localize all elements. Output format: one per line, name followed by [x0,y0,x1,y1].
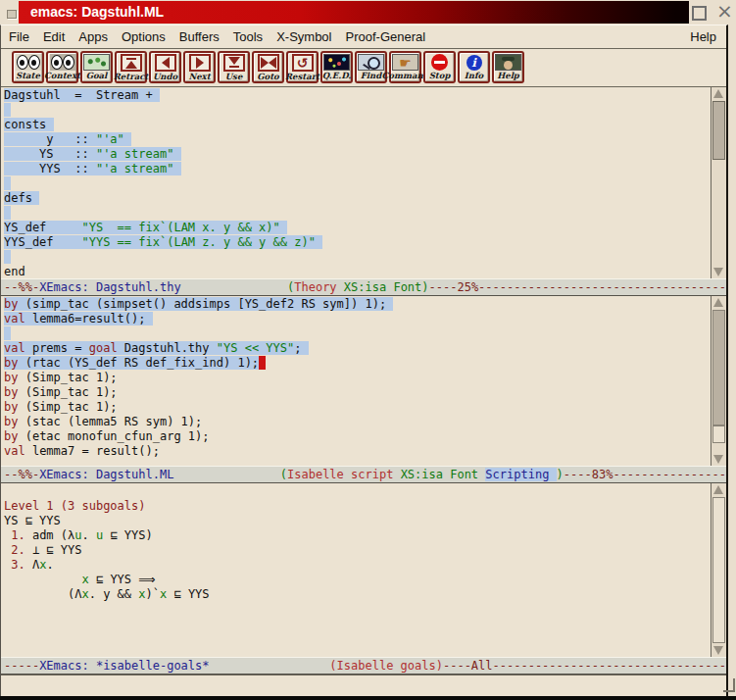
code-segment: ; [294,341,308,355]
buffer-goals-window[interactable]: Level 1 (3 subgoals)YS ⊑ YYS 1. adm (λu.… [1,483,726,657]
scrollbar-theory[interactable] [711,87,726,278]
close-icon[interactable]: × [716,4,730,18]
toolbar-button-label: Info [465,71,483,81]
code-segment: (simp_tac (simpset() addsimps [YS_def2 R… [18,297,393,311]
code-segment: XEmacs: Dagstuhl.ML [39,468,173,481]
code-line: 2. ⊥ ⊑ YYS [4,543,709,558]
code-segment: ⊥ ⊑ YYS [25,543,82,557]
buffer-theory: Dagstuhl = Stream + consts y :: "'a" YS … [1,87,726,278]
code-line [4,176,709,191]
code-line: by (rtac (YS_def RS def_fix_ind) 1); [4,356,709,371]
toolbar-button-help[interactable]: Help [492,51,524,83]
toolbar-button-next[interactable]: Next [183,51,216,83]
code-segment: YYS :: [4,162,96,175]
help-officer-icon [495,54,521,71]
scrollbar-thumb[interactable] [712,101,725,160]
code-line [4,250,709,265]
code-segment: by [4,356,18,370]
buffer-theory-window[interactable]: Dagstuhl = Stream + consts y :: "'a" YS … [1,86,726,278]
toolbar-button-label: Command [381,71,428,81]
scroll-down-icon[interactable] [713,455,723,464]
code-line: val prems = goal Dagstuhl.thy "YS << YYS… [4,341,709,356]
toolbar-button-context[interactable]: Context [46,51,78,83]
toolbar-button-retract[interactable]: Retract [115,51,147,83]
code-segment: Dagstuhl.thy [118,341,217,355]
code-line: val lemma6=result(); [4,312,709,326]
code-segment: "YS == fix`(LAM x. y && x)" [81,221,279,234]
command-hand-icon: ☛ [392,54,418,71]
goto-icon [258,54,279,72]
menu-proof-general[interactable]: Proof-General [345,29,425,44]
menu-help[interactable]: Help [690,29,716,44]
code-line: YYS :: "'a stream" [4,162,709,176]
toolbar-button-stop[interactable]: Stop [423,51,456,83]
scroll-up-icon[interactable] [713,485,723,494]
code-segment: (Simp_tac 1); [18,400,117,414]
code-segment: YS :: [4,147,96,161]
code-segment: --%%- [4,468,39,481]
code-segment [173,468,279,481]
toolbar-button-restart[interactable]: ↺ Restart [286,51,319,83]
scroll-down-icon[interactable] [713,646,723,655]
toolbar-button-use[interactable]: Use [218,51,250,83]
code-line: YYS_def "YYS == fix`(LAM z. y && y && z)… [4,235,709,250]
titlebar-gradient[interactable]: emacs: Dagstuhl.ML [19,1,689,24]
code-segment: (Λ [4,587,81,601]
code-segment [4,573,81,586]
code-segment: 2. [4,543,25,557]
toolbar-button-state[interactable]: State [12,51,44,83]
code-segment: val [4,444,25,458]
toolbar-button-label: Undo [153,72,177,82]
code-line [4,206,709,221]
next-icon [189,54,211,72]
code-segment: 1. [4,528,25,542]
menu-options[interactable]: Options [122,29,166,44]
minibuffer[interactable] [1,675,726,697]
menu-tools[interactable]: Tools [233,29,263,44]
scroll-down-icon[interactable] [713,268,723,276]
scrollbar-shade[interactable] [712,310,725,425]
code-segment: ⊑ YYS ⟹ [89,573,156,586]
menu-edit[interactable]: Edit [43,29,65,44]
window-menu-button[interactable] [7,10,17,19]
window-bottom-edge [0,696,736,700]
toolbar-button-undo[interactable]: Undo [149,51,181,83]
window-right-margin [728,25,736,700]
code-line: x ⊑ YYS ⟹ [4,573,709,587]
toolbar-button-goto[interactable]: Goto [252,51,284,83]
qed-fireworks-icon [323,54,350,71]
modeline-goals: -----XEmacs: *isabelle-goals* (Isabelle … [1,657,726,675]
scroll-up-icon[interactable] [713,89,723,98]
code-line [4,484,709,499]
buffer-script-window[interactable]: by (simp_tac (simpset() addsimps [YS_def… [1,296,726,466]
toolbar-button-goal[interactable]: Goal [80,51,113,83]
scroll-up-icon[interactable] [713,298,723,307]
code-segment [210,659,330,673]
code-segment: by [4,415,18,428]
context-eyes-icon [50,54,75,71]
code-segment: Scripting [485,468,556,481]
menu-buffers[interactable]: Buffers [179,29,220,44]
menu-apps[interactable]: Apps [78,29,108,44]
code-segment: "'a stream" [96,162,173,175]
resize-grip[interactable] [723,678,735,692]
code-segment: YS_def [4,221,81,234]
code-segment: goal [89,341,118,355]
code-line: defs [4,191,709,206]
code-segment: Λ [25,558,39,572]
toolbar-button-info[interactable]: Info [458,51,490,83]
scrollbar-goals[interactable] [711,483,726,657]
toolbar-button-command[interactable]: ☛ Command [389,51,421,83]
code-segment: Isabelle script [287,468,393,481]
code-line: val lemma7 = result(); [4,444,709,459]
toolbar-button-qed[interactable]: Q.E.D. [320,51,353,83]
menu-x-symbol[interactable]: X-Symbol [276,29,331,44]
scrollbar-script[interactable] [711,296,726,466]
state-eyes-icon [16,54,41,71]
maximize-icon[interactable] [692,6,707,21]
code-line: 1. adm (λu. u ⊑ YYS) [4,528,709,543]
scrollbar-thumb[interactable] [712,425,725,443]
scrollbar-thumb[interactable] [712,497,725,643]
menu-file[interactable]: File [9,29,29,44]
code-segment: (rtac (YS_def RS def_fix_ind) 1); [18,356,259,370]
